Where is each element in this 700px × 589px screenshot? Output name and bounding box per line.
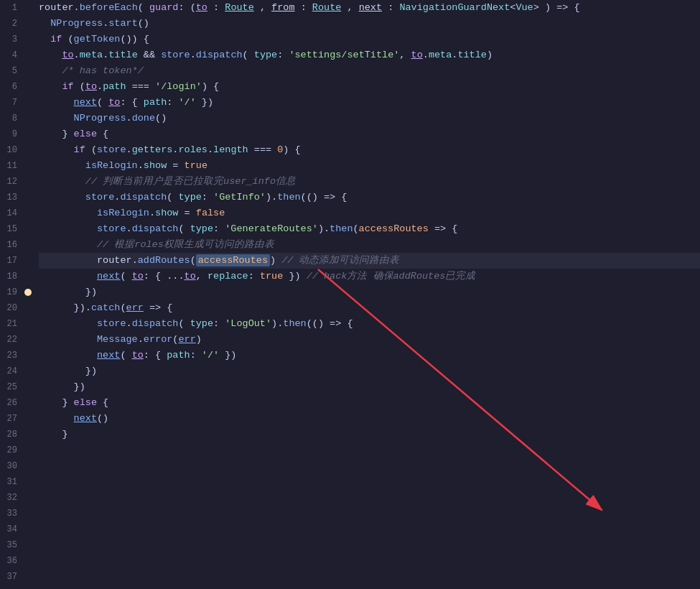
line-num-14: 14 (0, 205, 17, 221)
marker-13 (22, 190, 34, 205)
code-line-21: store.dispatch( type: 'LogOut').then(() … (39, 316, 700, 332)
line-num-18: 18 (0, 269, 17, 284)
marker-20 (22, 300, 34, 316)
line-num-27: 27 (0, 411, 17, 427)
marker-35 (22, 537, 34, 553)
marker-4 (22, 47, 34, 63)
marker-1 (22, 0, 34, 16)
line-numbers: 1 2 3 4 5 6 7 8 9 10 11 12 13 14 15 16 1… (0, 0, 22, 589)
line-num-5: 5 (0, 63, 17, 79)
marker-27 (22, 411, 34, 427)
code-line-9: } else { (39, 126, 700, 142)
line-num-30: 30 (0, 458, 17, 474)
marker-29 (22, 442, 34, 458)
line-num-33: 33 (0, 506, 17, 521)
code-content: router.beforeEach( guard: (to : Route , … (34, 0, 700, 589)
code-line-25: }) (39, 379, 700, 395)
line-num-31: 31 (0, 474, 17, 490)
marker-3 (22, 32, 34, 47)
marker-2 (22, 16, 34, 32)
marker-10 (22, 142, 34, 158)
code-line-8: NProgress.done() (39, 111, 700, 126)
marker-8 (22, 111, 34, 126)
code-line-6: if (to.path === '/login') { (39, 79, 700, 95)
marker-26 (22, 395, 34, 411)
marker-18 (22, 269, 34, 284)
code-line-27: next() (39, 411, 700, 427)
code-line-24: }) (39, 363, 700, 379)
breakpoint-dot[interactable] (24, 289, 32, 296)
code-line-14: isRelogin.show = false (39, 205, 700, 221)
line-num-10: 10 (0, 142, 17, 158)
line-num-1: 1 (0, 0, 17, 16)
line-num-15: 15 (0, 221, 17, 237)
marker-17 (22, 253, 34, 269)
line-num-8: 8 (0, 111, 17, 126)
code-line-18: next( to: { ...to, replace: true }) // h… (39, 269, 700, 284)
line-num-21: 21 (0, 316, 17, 332)
line-num-22: 22 (0, 332, 17, 348)
marker-30 (22, 458, 34, 474)
marker-37 (22, 569, 34, 585)
code-line-17: router.addRoutes(accessRoutes) // 动态添加可访… (39, 253, 700, 269)
code-line-7: next( to: { path: '/' }) (39, 95, 700, 111)
marker-7 (22, 95, 34, 111)
code-line-1: router.beforeEach( guard: (to : Route , … (39, 0, 700, 16)
line-num-34: 34 (0, 521, 17, 537)
line-num-32: 32 (0, 490, 17, 506)
marker-32 (22, 490, 34, 506)
marker-12 (22, 174, 34, 190)
line-num-3: 3 (0, 32, 17, 47)
line-num-16: 16 (0, 237, 17, 253)
code-line-28: } (39, 427, 700, 442)
line-num-25: 25 (0, 379, 17, 395)
code-line-19: }) (39, 284, 700, 300)
code-line-22: Message.error(err) (39, 332, 700, 348)
line-num-13: 13 (0, 190, 17, 205)
marker-16 (22, 237, 34, 253)
line-num-17: 17 (0, 253, 17, 269)
line-num-35: 35 (0, 537, 17, 553)
marker-33 (22, 506, 34, 521)
marker-5 (22, 63, 34, 79)
marker-6 (22, 79, 34, 95)
marker-36 (22, 553, 34, 569)
marker-column (22, 0, 34, 589)
code-line-16: // 根据roles权限生成可访问的路由表 (39, 237, 700, 253)
code-line-11: isRelogin.show = true (39, 158, 700, 174)
marker-22 (22, 332, 34, 348)
line-num-6: 6 (0, 79, 17, 95)
code-line-26: } else { (39, 395, 700, 411)
line-num-24: 24 (0, 363, 17, 379)
marker-19 (22, 284, 34, 300)
marker-23 (22, 348, 34, 363)
code-line-4: to.meta.title && store.dispatch( type: '… (39, 47, 700, 63)
code-line-23: next( to: { path: '/' }) (39, 348, 700, 363)
code-line-5: /* has token*/ (39, 63, 700, 79)
line-num-9: 9 (0, 126, 17, 142)
line-num-29: 29 (0, 442, 17, 458)
marker-15 (22, 221, 34, 237)
code-editor: 1 2 3 4 5 6 7 8 9 10 11 12 13 14 15 16 1… (0, 0, 700, 589)
marker-21 (22, 316, 34, 332)
line-num-11: 11 (0, 158, 17, 174)
code-line-2: NProgress.start() (39, 16, 700, 32)
line-num-23: 23 (0, 348, 17, 363)
marker-11 (22, 158, 34, 174)
line-num-12: 12 (0, 174, 17, 190)
code-line-10: if (store.getters.roles.length === 0) { (39, 142, 700, 158)
code-line-15: store.dispatch( type: 'GenerateRoutes').… (39, 221, 700, 237)
line-num-20: 20 (0, 300, 17, 316)
code-line-3: if (getToken()) { (39, 32, 700, 47)
line-num-19: 19 (0, 284, 17, 300)
line-num-37: 37 (0, 569, 17, 585)
code-line-13: store.dispatch( type: 'GetInfo').then(()… (39, 190, 700, 205)
line-num-28: 28 (0, 427, 17, 442)
marker-25 (22, 379, 34, 395)
marker-31 (22, 474, 34, 490)
code-line-20: }).catch(err => { (39, 300, 700, 316)
marker-34 (22, 521, 34, 537)
marker-28 (22, 427, 34, 442)
code-line-12: // 判断当前用户是否已拉取完user_info信息 (39, 174, 700, 190)
line-num-26: 26 (0, 395, 17, 411)
